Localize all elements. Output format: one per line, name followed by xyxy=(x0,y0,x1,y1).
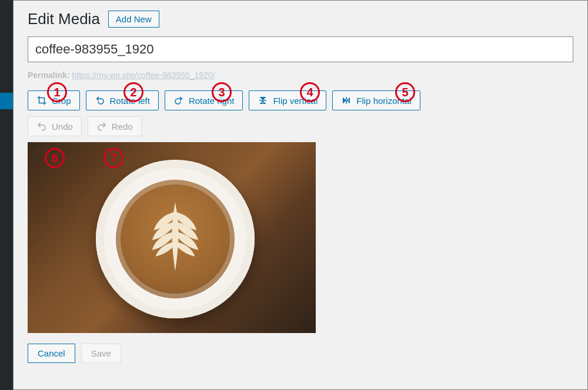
sidebar-active-indicator xyxy=(0,93,13,109)
editor-footer: Cancel Save xyxy=(28,344,573,363)
redo-button[interactable]: Redo xyxy=(88,116,142,136)
permalink-row: Permalink: https://my.wp.site/coffee-983… xyxy=(28,70,573,80)
save-button[interactable]: Save xyxy=(81,344,121,363)
rotate-left-icon xyxy=(95,95,105,106)
rotate-left-button[interactable]: Rotate left xyxy=(86,90,159,110)
add-new-button[interactable]: Add New xyxy=(108,11,159,28)
image-edit-toolbar: Crop Rotate left Rotate right Flip verti… xyxy=(28,90,573,110)
undo-icon xyxy=(36,121,47,132)
image-preview[interactable] xyxy=(28,142,316,333)
crop-button[interactable]: Crop xyxy=(28,90,80,110)
permalink-label: Permalink: xyxy=(28,70,70,80)
preview-cup xyxy=(96,160,255,318)
admin-sidebar-sliver xyxy=(0,0,13,390)
preview-coffee xyxy=(116,180,235,298)
crop-icon xyxy=(36,95,47,106)
rotate-left-button-label: Rotate left xyxy=(110,96,150,106)
rotate-right-button-label: Rotate right xyxy=(189,96,235,106)
cancel-button[interactable]: Cancel xyxy=(28,344,75,363)
page-title: Edit Media xyxy=(28,10,100,28)
flip-horizontal-icon xyxy=(341,95,352,106)
flip-horizontal-button-label: Flip horizontal xyxy=(356,96,411,106)
edit-media-panel: Edit Media Add New Permalink: https://my… xyxy=(13,0,588,390)
undo-button-label: Undo xyxy=(52,122,73,132)
flip-horizontal-button[interactable]: Flip horizontal xyxy=(332,90,420,110)
history-toolbar: Undo Redo xyxy=(28,116,573,136)
flip-vertical-button-label: Flip vertical xyxy=(273,96,318,106)
latte-art-icon xyxy=(134,196,216,278)
permalink-link[interactable]: https://my.wp.site/coffee-983955_1920/ xyxy=(72,70,215,80)
redo-icon xyxy=(96,121,107,132)
crop-button-label: Crop xyxy=(52,96,71,106)
undo-button[interactable]: Undo xyxy=(28,116,82,136)
rotate-right-icon xyxy=(173,95,184,106)
redo-button-label: Redo xyxy=(112,122,133,132)
page-header: Edit Media Add New xyxy=(28,10,573,28)
rotate-right-button[interactable]: Rotate right xyxy=(165,90,243,110)
media-title-input[interactable] xyxy=(28,36,573,62)
flip-vertical-icon xyxy=(258,95,268,106)
flip-vertical-button[interactable]: Flip vertical xyxy=(249,90,326,110)
